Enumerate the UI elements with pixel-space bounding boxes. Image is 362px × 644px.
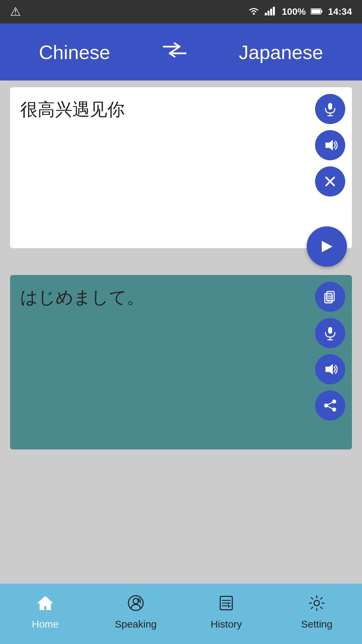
speaking-icon: [127, 594, 144, 616]
target-language[interactable]: Japanese: [239, 41, 323, 63]
time-display: 14:34: [328, 6, 352, 17]
svg-marker-29: [38, 596, 53, 610]
translated-text: はじめまして。: [20, 285, 298, 310]
nav-speaking-label: Speaking: [115, 619, 157, 630]
status-bar: ⚠ 100% 14:34: [0, 0, 362, 23]
nav-history[interactable]: History: [181, 594, 272, 630]
mic-input-button[interactable]: [315, 94, 345, 124]
svg-rect-8: [328, 103, 332, 110]
clear-input-button[interactable]: [315, 166, 345, 197]
svg-rect-3: [270, 9, 272, 15]
input-section: 很高兴遇见你: [10, 87, 352, 248]
nav-setting-label: Setting: [301, 619, 332, 630]
battery-percent: 100%: [282, 6, 306, 17]
copy-output-button[interactable]: [315, 282, 345, 312]
svg-point-36: [314, 600, 319, 606]
svg-marker-11: [325, 140, 333, 151]
svg-point-0: [253, 13, 255, 15]
speaker-output-button[interactable]: [315, 354, 345, 384]
source-text[interactable]: 很高兴遇见你: [20, 97, 298, 122]
svg-rect-20: [328, 327, 332, 334]
status-left: ⚠: [10, 5, 21, 19]
share-output-button[interactable]: [315, 390, 345, 421]
nav-history-label: History: [210, 619, 242, 630]
language-bar: Chinese Japanese: [0, 23, 362, 80]
swap-languages-button[interactable]: [161, 42, 188, 62]
svg-rect-2: [267, 11, 269, 15]
svg-rect-6: [321, 10, 322, 12]
svg-rect-4: [273, 7, 275, 15]
battery-icon: [311, 6, 323, 17]
svg-rect-1: [265, 13, 267, 15]
signal-icon: [265, 6, 277, 18]
nav-setting[interactable]: Setting: [272, 594, 362, 630]
mic-output-button[interactable]: [315, 318, 345, 348]
wifi-icon: [248, 6, 260, 18]
setting-icon: [308, 594, 325, 616]
svg-rect-7: [311, 9, 320, 13]
nav-home-label: Home: [32, 619, 59, 630]
history-icon: [218, 594, 235, 616]
nav-speaking[interactable]: Speaking: [90, 594, 181, 630]
output-section: はじめまして。: [10, 275, 352, 449]
svg-line-27: [326, 401, 334, 406]
warning-icon: ⚠: [10, 5, 21, 19]
bottom-navigation: Home Speaking History: [0, 584, 362, 644]
source-language[interactable]: Chinese: [39, 41, 110, 63]
nav-home[interactable]: Home: [0, 594, 90, 630]
home-icon: [37, 594, 54, 616]
svg-line-28: [326, 406, 334, 410]
input-actions: [315, 94, 345, 197]
status-right: 100% 14:34: [248, 6, 352, 18]
svg-marker-23: [325, 364, 333, 375]
output-actions: [315, 282, 345, 421]
speaker-input-button[interactable]: [315, 130, 345, 160]
translate-button[interactable]: [307, 226, 347, 267]
main-content: 很高兴遇见你: [0, 80, 362, 584]
svg-marker-14: [322, 241, 333, 252]
